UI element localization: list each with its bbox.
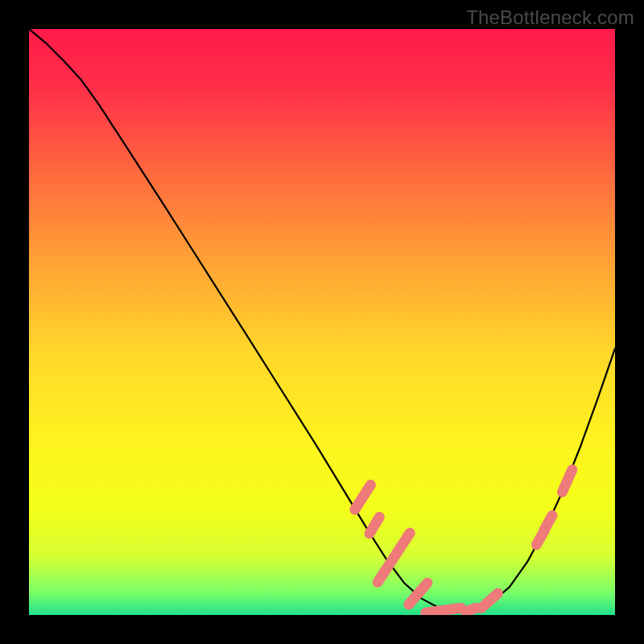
plot-area	[29, 29, 615, 615]
watermark-text: TheBottleneck.com	[466, 6, 634, 29]
chart-svg	[29, 29, 615, 615]
svg-line-6	[465, 608, 476, 611]
svg-line-9	[544, 515, 552, 530]
svg-line-5	[426, 608, 461, 613]
svg-rect-0	[29, 29, 615, 615]
chart-container: TheBottleneck.com	[0, 0, 644, 644]
